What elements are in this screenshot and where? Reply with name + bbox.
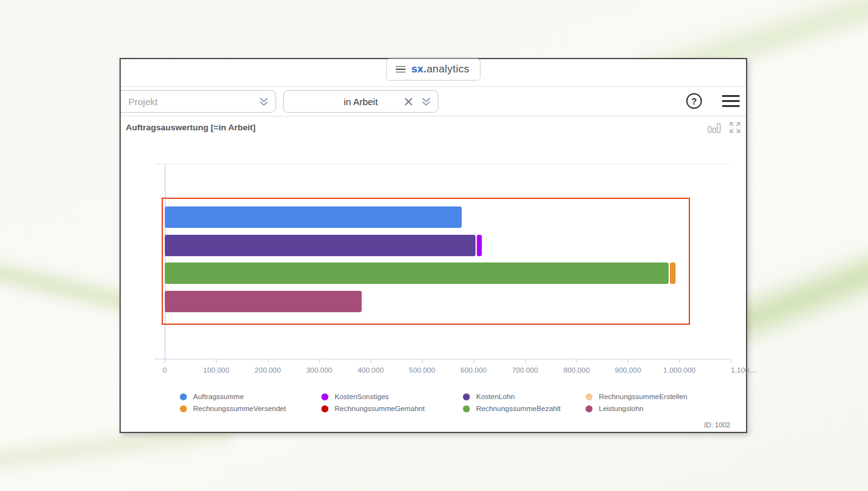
legend-item-Auftragssumme[interactable]: Auftragssumme <box>180 393 321 400</box>
x-axis-tick-label: 400.000 <box>357 366 384 374</box>
legend-label: RechnungssummeErstellen <box>599 393 687 400</box>
x-axis-tick <box>370 359 371 363</box>
bar-segment-Leistungslohn[interactable] <box>165 291 362 312</box>
brand-name-secondary: analytics <box>426 63 469 75</box>
x-axis-tick <box>268 359 269 363</box>
legend-item-RechnungssummeGemahnt[interactable]: RechnungssummeGemahnt <box>321 405 463 412</box>
bar-row <box>165 206 731 228</box>
legend-dot <box>586 405 593 412</box>
bar-row <box>165 262 731 284</box>
bar-row <box>165 235 731 256</box>
legend-dot <box>463 405 470 412</box>
x-axis-tick-label: 800.000 <box>564 366 590 374</box>
bar-segment-RechnungssummeVersendet[interactable] <box>670 262 676 284</box>
bar-segment-KostenLohn[interactable] <box>165 235 476 256</box>
x-axis-tick <box>474 359 474 363</box>
legend-dot <box>180 393 187 400</box>
plot-area: 0100.000200.000300.000400.000500.000600.… <box>165 164 731 359</box>
help-button[interactable]: ? <box>686 93 702 109</box>
legend-label: KostenLohn <box>476 393 515 400</box>
x-axis-tick <box>216 359 217 363</box>
brand-logo[interactable]: sx.analytics <box>386 59 481 81</box>
desktop-background: sx.analytics Projekt in Arbeit ? <box>0 0 868 491</box>
page-title: Auftragsauswertung [=in Arbeit] <box>126 123 255 132</box>
legend-item-RechnungssummeBezahlt[interactable]: RechnungssummeBezahlt <box>463 405 586 412</box>
legend-label: RechnungssummeBezahlt <box>476 405 560 412</box>
bar-segment-Auftragssumme[interactable] <box>165 206 462 228</box>
brand-name: sx.analytics <box>411 63 469 76</box>
filter-bar: Projekt in Arbeit ? <box>121 87 746 116</box>
x-axis-tick <box>731 359 732 363</box>
x-axis-tick-label: 0 <box>163 366 167 374</box>
x-axis-tick-label: 600.000 <box>460 366 487 374</box>
status-filter-value: in Arbeit <box>343 96 377 107</box>
chart-legend: AuftragssummeKostenSonstigesKostenLohnRe… <box>180 393 687 412</box>
x-axis-tick <box>577 359 577 363</box>
x-axis-tick-label: 1.100.... <box>731 366 757 374</box>
x-axis-tick-label: 300.000 <box>306 366 333 374</box>
x-axis-tick-label: 100.000 <box>203 366 230 374</box>
x-axis-tick-label: 700.000 <box>512 366 538 374</box>
chart-type-icon[interactable] <box>708 121 721 133</box>
x-axis-tick <box>679 359 680 363</box>
hamburger-menu-button[interactable] <box>722 95 740 107</box>
legend-dot <box>180 405 187 412</box>
bar-row <box>165 291 731 312</box>
panel-header: Auftragsauswertung [=in Arbeit] <box>121 116 746 142</box>
app-window: sx.analytics Projekt in Arbeit ? <box>120 58 747 433</box>
x-axis-tick-label: 200.000 <box>255 366 281 374</box>
project-filter-select[interactable]: Projekt <box>121 90 276 113</box>
double-chevron-down-icon[interactable] <box>259 97 269 106</box>
x-axis-tick <box>628 359 628 363</box>
x-axis-tick-label: 500.000 <box>409 366 435 374</box>
clear-filter-icon[interactable] <box>404 98 413 106</box>
legend-item-KostenSonstiges[interactable]: KostenSonstiges <box>321 393 463 400</box>
legend-label: Auftragssumme <box>193 393 244 400</box>
x-axis-line <box>155 359 730 359</box>
legend-dot <box>463 393 470 400</box>
project-filter-placeholder: Projekt <box>128 96 158 107</box>
legend-item-RechnungssummeVersendet[interactable]: RechnungssummeVersendet <box>180 405 321 412</box>
x-axis-tick <box>525 359 526 363</box>
menu-icon <box>396 66 406 73</box>
x-axis-tick <box>165 359 165 363</box>
question-mark-icon: ? <box>691 96 697 106</box>
bar-segment-KostenSonstiges[interactable] <box>477 235 481 256</box>
legend-dot <box>321 405 328 412</box>
brand-name-primary: sx. <box>411 63 426 75</box>
x-axis-tick-label: 900.000 <box>615 366 642 374</box>
legend-label: RechnungssummeGemahnt <box>335 405 425 412</box>
double-chevron-down-icon[interactable] <box>421 97 431 106</box>
x-axis-tick <box>422 359 423 363</box>
legend-label: RechnungssummeVersendet <box>193 405 286 412</box>
report-id-label: ID: 1002 <box>704 421 730 429</box>
status-filter-select[interactable]: in Arbeit <box>283 90 438 113</box>
legend-item-Leistungslohn[interactable]: Leistungslohn <box>586 405 687 412</box>
legend-label: KostenSonstiges <box>335 393 389 400</box>
legend-dot <box>321 393 328 400</box>
x-axis-tick <box>319 359 320 363</box>
legend-label: Leistungslohn <box>599 405 643 412</box>
x-axis-tick-label: 1.000.000 <box>664 366 696 374</box>
legend-dot <box>586 393 593 400</box>
fullscreen-expand-icon[interactable] <box>729 121 741 133</box>
legend-item-KostenLohn[interactable]: KostenLohn <box>463 393 586 400</box>
bar-segment-RechnungssummeBezahlt[interactable] <box>165 262 669 284</box>
legend-item-RechnungssummeErstellen[interactable]: RechnungssummeErstellen <box>586 393 687 400</box>
